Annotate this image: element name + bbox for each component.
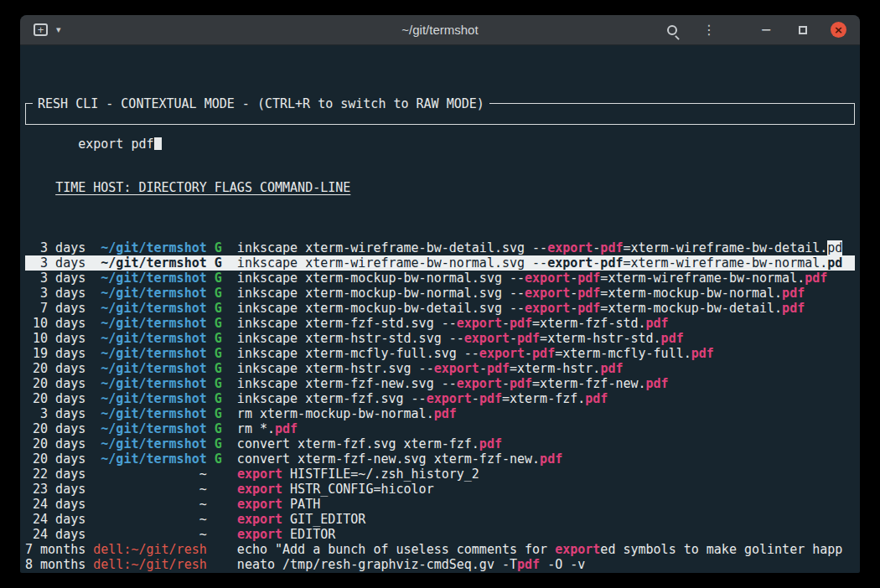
history-list: 3 days ~/git/termshot G inkscape xterm-w… xyxy=(25,240,855,573)
plus-icon: + xyxy=(38,23,44,36)
history-row[interactable]: 3 days ~/git/termshot G inkscape xterm-w… xyxy=(25,240,855,255)
history-row[interactable]: 24 days ~ export GIT_EDITOR xyxy=(25,512,855,527)
history-row[interactable]: 8 months dell:~/git/resh neato /tmp/resh… xyxy=(25,557,855,572)
text-cursor xyxy=(154,137,162,150)
history-row[interactable]: 20 days ~/git/termshot G convert xterm-f… xyxy=(25,436,855,451)
history-row[interactable]: 3 days ~/git/termshot G inkscape xterm-m… xyxy=(25,271,855,286)
minimize-icon: − xyxy=(760,22,771,38)
restore-icon xyxy=(799,26,807,34)
history-row[interactable]: 23 days ~ export HSTR_CONFIG=hicolor xyxy=(25,482,855,497)
history-row[interactable]: 3 days ~/git/termshot G inkscape xterm-m… xyxy=(25,286,855,301)
menu-button[interactable]: ⋮ xyxy=(700,21,718,39)
history-row[interactable]: 20 days ~/git/termshot G inkscape xterm-… xyxy=(25,391,855,406)
history-row[interactable]: 20 days ~/git/termshot G inkscape xterm-… xyxy=(25,361,855,376)
history-row[interactable]: 7 days ~/git/termshot G inkscape xterm-m… xyxy=(25,301,855,316)
minimize-button[interactable]: − xyxy=(757,21,775,39)
terminal-window: + ▾ ~/git/termshot ⋮ − × RESH CLI - CONT… xyxy=(20,15,860,573)
history-row[interactable]: 20 days ~/git/termshot G convert xterm-f… xyxy=(25,451,855,467)
close-icon: × xyxy=(834,23,843,36)
close-button[interactable]: × xyxy=(831,22,846,38)
search-box-title: RESH CLI - CONTEXTUAL MODE - (CTRL+R to … xyxy=(33,96,489,111)
resh-search-box[interactable]: RESH CLI - CONTEXTUAL MODE - (CTRL+R to … xyxy=(25,103,855,125)
restore-button[interactable] xyxy=(794,21,812,39)
new-tab-button[interactable]: + xyxy=(34,23,48,36)
history-row[interactable]: 10 days ~/git/termshot G inkscape xterm-… xyxy=(25,316,855,331)
history-row[interactable]: 7 months dell:~/git/resh echo "Add a bun… xyxy=(25,542,855,557)
history-row[interactable]: 24 days ~ export PATH xyxy=(25,497,855,512)
history-row-selected[interactable]: 3 days ~/git/termshot G inkscape xterm-w… xyxy=(25,255,855,271)
search-icon xyxy=(667,25,677,35)
history-row[interactable]: 20 days ~/git/termshot G rm *.pdf xyxy=(25,421,855,436)
history-row[interactable]: 10 days ~/git/termshot G inkscape xterm-… xyxy=(25,331,855,346)
history-row[interactable]: 19 days ~/git/termshot G inkscape xterm-… xyxy=(25,346,855,361)
history-row[interactable]: 22 days ~ export HISTFILE=~/.zsh_history… xyxy=(25,467,855,482)
kebab-menu-icon: ⋮ xyxy=(702,22,716,38)
header-columns-label: TIME HOST: DIRECTORY FLAGS COMMAND-LINE xyxy=(55,180,350,195)
search-button[interactable] xyxy=(663,21,681,39)
terminal-content: RESH CLI - CONTEXTUAL MODE - (CTRL+R to … xyxy=(20,45,860,573)
history-row[interactable]: 24 days ~ export EDITOR xyxy=(25,527,855,542)
tab-dropdown-caret-icon[interactable]: ▾ xyxy=(56,24,61,35)
titlebar[interactable]: + ▾ ~/git/termshot ⋮ − × xyxy=(20,15,860,45)
history-row[interactable]: 3 days ~/git/termshot G rm xterm-mockup-… xyxy=(25,406,855,421)
history-table-header: TIME HOST: DIRECTORY FLAGS COMMAND-LINE xyxy=(25,180,855,195)
search-query-input[interactable]: export pdf xyxy=(78,137,153,152)
history-row[interactable]: 20 days ~/git/termshot G inkscape xterm-… xyxy=(25,376,855,391)
history-row[interactable]: 8 months dell:~/git/resh ./resh-evaluate… xyxy=(25,572,855,573)
